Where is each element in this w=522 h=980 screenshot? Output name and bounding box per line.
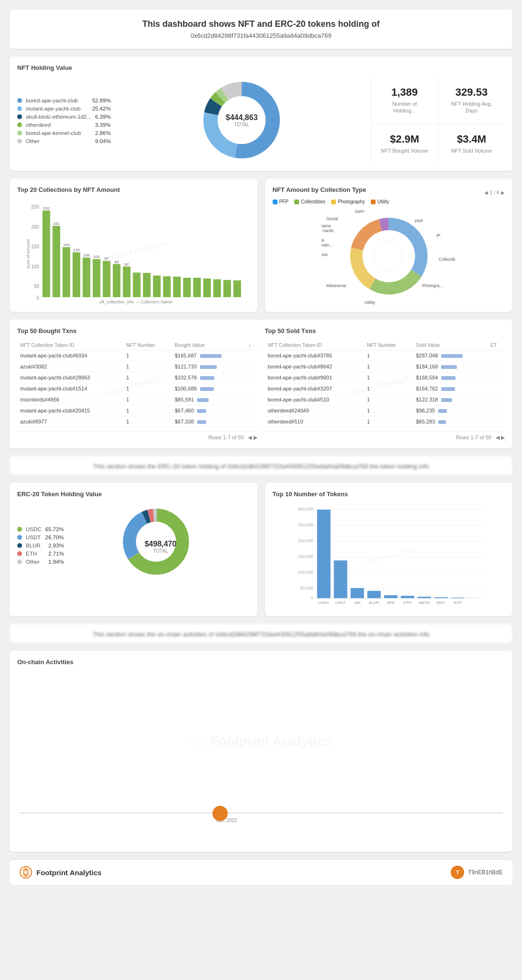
bought-next[interactable]: ▶ (254, 434, 257, 440)
bar (163, 276, 171, 297)
bar-inline (438, 409, 447, 413)
sold-value: $168,594 (413, 372, 488, 383)
nft-type-pagination: 1 / 4 (490, 190, 499, 195)
next-icon[interactable]: ▶ (501, 190, 505, 195)
nft-donut: $444,863 TOTAL (199, 77, 285, 163)
nft-num: 1 (364, 394, 413, 405)
svg-text:Metaverse: Metaverse (326, 283, 346, 288)
svg-text:0: 0 (311, 595, 313, 600)
header-card: This dashboard shows NFT and ERC-20 toke… (10, 10, 512, 49)
legend-pct: 2.86% (95, 130, 111, 136)
et-cell (488, 350, 505, 361)
stat-box: 1,389 Number of Holding... (371, 77, 438, 123)
bar (133, 273, 141, 297)
charts-row: Top 20 Collections by NFT Amount 250 200… (10, 178, 512, 320)
nft-type-legend-item: PFP (273, 199, 289, 204)
bar-inline (197, 409, 206, 413)
sold-value: $287,048 (413, 350, 488, 361)
sold-prev[interactable]: ◀ (496, 434, 500, 440)
bar-inline (441, 398, 452, 402)
top10-tokens-card: Top 10 Number of Tokens 300,000 250,000 … (265, 483, 513, 616)
sort-cell (245, 372, 257, 383)
stat-value: $2.9M (390, 133, 419, 145)
svg-text:89: 89 (114, 260, 119, 264)
token-id: mutant-ape-yacht-club#1514 (17, 383, 123, 394)
prev-icon[interactable]: ◀ (484, 190, 488, 195)
sold-value: $164,762 (413, 383, 488, 394)
legend-name: USDC (26, 526, 42, 532)
svg-text:MXC: MXC (436, 601, 445, 605)
sold-col-value: Sold Value (413, 340, 488, 350)
svg-text:250,000: 250,000 (298, 523, 313, 527)
sold-next[interactable]: ▶ (501, 434, 505, 440)
bar-inline (197, 420, 206, 424)
erc20-legend-item: ETH 2.71% (17, 551, 64, 557)
bar (233, 280, 241, 297)
onchain-card: On-chain Activities Footprint Analytics … (10, 651, 512, 852)
bought-value: $102,578 (172, 372, 245, 383)
table-row: azuki#8977 1 $67,338 (17, 416, 257, 427)
stat-value: 1,389 (391, 86, 418, 99)
nft-type-controls: ◀ 1 / 4 ▶ (484, 190, 505, 195)
erc20-legend-item: BLUR 2.93% (17, 543, 64, 548)
timeline: Dec 2022 (19, 799, 503, 823)
legend-pct: 2.71% (48, 551, 64, 557)
legend-pct: 6.39% (95, 114, 111, 120)
token-id: mutant-ape-yacht-club#28963 (17, 372, 123, 383)
nft-legend: bored-ape-yacht-club 52.89% mutant-ape-y… (17, 98, 111, 146)
svg-text:232: 232 (43, 206, 50, 211)
erc20-legend-item: USDC 65.72% (17, 526, 64, 532)
legend-name: Other (26, 138, 91, 144)
bought-prev[interactable]: ◀ (248, 434, 252, 440)
nft-legend-item: otherdeed 3.39% (17, 122, 111, 128)
legend-pct: 9.04% (95, 138, 111, 144)
top10-chart: 300,000 250,000 200,000 150,000 100,000 … (273, 503, 505, 609)
txns-tables: Top 50 Bought Txns NFT Collection Token … (17, 327, 505, 441)
legend-name: mutant-ape-yacht-club (26, 106, 88, 111)
table-row: mutant-ape-yacht-club#20415 1 $67,460 (17, 405, 257, 416)
svg-text:Sports: Sports (322, 238, 325, 243)
svg-text:Social: Social (326, 216, 338, 221)
sold-col-id: NFT Collection Token ID (265, 340, 364, 350)
token-id: bored-ape-yacht-club#3785 (265, 350, 364, 361)
footer: Footprint Analytics T T9nEB1hBdE (10, 859, 512, 885)
legend-color (331, 200, 336, 204)
onchain-watermark: Footprint Analytics (190, 734, 332, 749)
nft-legend-item: Other 9.04% (17, 138, 111, 144)
svg-point-24 (374, 242, 403, 270)
stat-label: NFT Holding Avg. Days (448, 100, 495, 114)
legend-dot (17, 139, 22, 144)
token-id: azuki#8977 (17, 416, 123, 427)
legend-dot (17, 106, 22, 111)
nft-legend-item: skull-birdz-ethereum-1d2... 6.39% (17, 114, 111, 120)
svg-text:300,000: 300,000 (298, 507, 313, 512)
table-row: mutant-ape-yacht-club#6034 1 $165,687 (17, 350, 257, 361)
legend-name: Other (26, 559, 44, 565)
sold-value: $85,283 (413, 416, 488, 427)
bought-col-sort[interactable]: ↕ (245, 340, 257, 350)
bar-inline (197, 398, 209, 402)
onchain-title: On-chain Activities (17, 658, 505, 666)
legend-pct: 52.89% (92, 98, 111, 103)
svg-text:nft_collection_info → Collecti: nft_collection_info → Collection Name (100, 300, 172, 304)
nft-type-legend-item: Utility (371, 199, 389, 204)
sold-col-et: ET (488, 340, 505, 350)
sold-value: $184,168 (413, 361, 488, 372)
svg-rect-58 (317, 510, 330, 598)
nft-num: 1 (123, 394, 172, 405)
bought-section: Top 50 Bought Txns NFT Collection Token … (17, 327, 257, 441)
legend-color (294, 200, 299, 204)
bought-value: $165,687 (172, 350, 245, 361)
svg-text:50,000: 50,000 (300, 586, 313, 590)
bought-col-value: Bought Value (172, 340, 245, 350)
bought-value: $121,733 (172, 361, 245, 372)
bar (113, 264, 121, 297)
table-row: mutant-ape-yacht-club#28963 1 $102,578 (17, 372, 257, 383)
bar (83, 257, 90, 297)
sort-cell (245, 383, 257, 394)
et-cell (488, 372, 505, 383)
bar (143, 273, 151, 297)
erc-row: ERC-20 Token Holding Value USDC 65.72% U… (10, 483, 512, 624)
et-cell (488, 361, 505, 372)
token-id: moonbirds#4956 (17, 394, 123, 405)
